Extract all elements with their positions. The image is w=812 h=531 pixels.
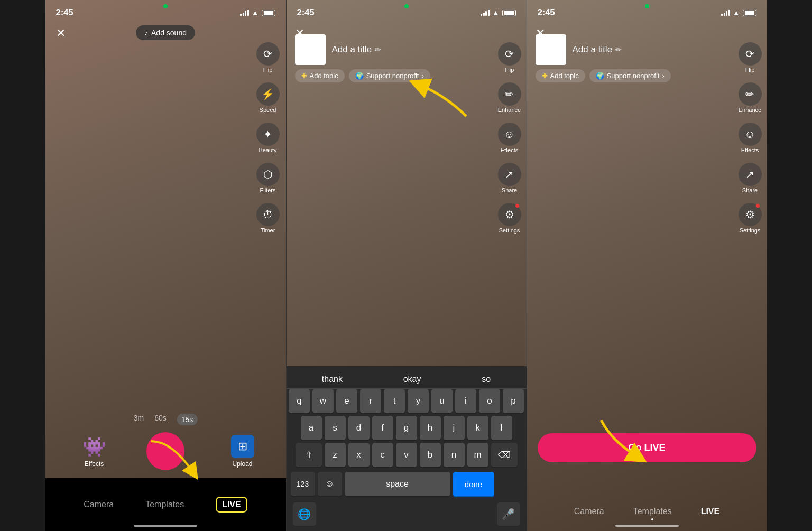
keyboard-bottom-row: 123 ☺ space done — [287, 470, 527, 500]
phone-3: 2:45 ▲ ✕ ⟳ Flip ✏ Enhance ☺ Effect — [527, 0, 767, 531]
key-b[interactable]: b — [420, 443, 441, 467]
sidebar-item-settings-2[interactable]: ⚙ Settings — [498, 203, 521, 234]
signal-bar-2 — [243, 13, 244, 16]
key-c[interactable]: c — [372, 443, 393, 467]
globe-button[interactable]: 🌐 — [293, 502, 316, 526]
keyboard-row-2: a s d f g h j k l — [287, 416, 527, 440]
beauty-icon: ✦ — [263, 128, 272, 141]
key-y[interactable]: y — [408, 389, 429, 413]
support-nonprofit-button-2[interactable]: 🌍 Support nonprofit › — [349, 69, 430, 82]
status-icons-1: ▲ — [240, 8, 275, 17]
close-button-1[interactable]: ✕ — [56, 26, 66, 40]
right-sidebar-1: ⟳ Flip ⚡ Speed ✦ Beauty ⬡ Filters ⏱ Time… — [256, 42, 280, 234]
duration-3m[interactable]: 3m — [134, 414, 144, 425]
sidebar-item-effects-2[interactable]: ☺ Effects — [498, 123, 521, 153]
tab-camera-3[interactable]: Camera — [574, 507, 604, 520]
battery-fill-1 — [264, 11, 273, 15]
sidebar-item-flip[interactable]: ⟳ Flip — [256, 42, 280, 73]
key-o[interactable]: o — [479, 389, 500, 413]
go-live-button[interactable]: Go LIVE — [538, 433, 756, 462]
mic-button[interactable]: 🎤 — [497, 502, 520, 526]
sidebar-item-enhance-2[interactable]: ✏ Enhance — [498, 82, 521, 113]
sidebar-item-flip-3[interactable]: ⟳ Flip — [739, 42, 762, 73]
effects-label: Effects — [85, 460, 104, 468]
keyboard-extras: 🌐 🎤 — [287, 500, 527, 531]
key-x[interactable]: x — [348, 443, 370, 467]
suggestion-okay[interactable]: okay — [403, 375, 421, 384]
key-i[interactable]: i — [455, 389, 476, 413]
home-indicator-3 — [615, 525, 679, 527]
key-numbers[interactable]: 123 — [291, 472, 315, 496]
key-r[interactable]: r — [360, 389, 381, 413]
sidebar-item-settings-3[interactable]: ⚙ Settings — [739, 203, 762, 234]
enhance-icon-2: ✏ — [505, 88, 514, 100]
upload-button[interactable]: ⊞ Upload — [231, 435, 254, 468]
add-sound-button[interactable]: ♪ Add sound — [136, 25, 195, 40]
key-shift[interactable]: ⇧ — [296, 443, 322, 467]
effects-button[interactable]: 👾 Effects — [82, 436, 106, 468]
key-done[interactable]: done — [453, 472, 494, 496]
duration-15s[interactable]: 15s — [177, 414, 198, 425]
key-e[interactable]: e — [336, 389, 357, 413]
suggestion-so[interactable]: so — [482, 375, 491, 384]
key-p[interactable]: p — [503, 389, 524, 413]
key-a[interactable]: a — [301, 416, 322, 440]
edit-icon-2: ✏ — [375, 45, 381, 54]
sidebar-item-share-2[interactable]: ↗ Share — [498, 163, 521, 193]
key-k[interactable]: k — [467, 416, 488, 440]
effects-icon-2: ☺ — [504, 128, 514, 141]
key-u[interactable]: u — [431, 389, 453, 413]
title-text-3[interactable]: Add a title ✏ — [573, 44, 622, 55]
upload-label: Upload — [232, 460, 252, 468]
key-f[interactable]: f — [372, 416, 393, 440]
sidebar-item-flip-2[interactable]: ⟳ Flip — [498, 42, 521, 73]
green-dot-2 — [404, 4, 409, 8]
key-s[interactable]: s — [325, 416, 346, 440]
key-g[interactable]: g — [396, 416, 417, 440]
sidebar-item-effects-3[interactable]: ☺ Effects — [739, 123, 762, 153]
key-l[interactable]: l — [491, 416, 512, 440]
key-n[interactable]: n — [444, 443, 465, 467]
tab-templates-3[interactable]: Templates — [633, 507, 672, 520]
signal-bars-2 — [481, 10, 490, 16]
key-m[interactable]: m — [467, 443, 488, 467]
support-nonprofit-button-3[interactable]: 🌍 Support nonprofit › — [589, 69, 671, 82]
record-button[interactable] — [146, 432, 184, 470]
key-v[interactable]: v — [396, 443, 417, 467]
sidebar-item-filters[interactable]: ⬡ Filters — [256, 163, 280, 193]
key-j[interactable]: j — [444, 416, 465, 440]
title-text-2[interactable]: Add a title ✏ — [332, 44, 382, 55]
add-topic-button-2[interactable]: ✚ Add topic — [295, 69, 345, 82]
key-d[interactable]: d — [348, 416, 370, 440]
key-backspace[interactable]: ⌫ — [491, 443, 518, 467]
key-h[interactable]: h — [420, 416, 441, 440]
wifi-icon-1: ▲ — [252, 8, 259, 17]
filters-icon: ⬡ — [263, 168, 272, 181]
key-q[interactable]: q — [289, 389, 310, 413]
right-sidebar-2: ⟳ Flip ✏ Enhance ☺ Effects ↗ Share ⚙ Set… — [498, 42, 521, 234]
sidebar-item-beauty[interactable]: ✦ Beauty — [256, 123, 280, 153]
add-topic-button-3[interactable]: ✚ Add topic — [536, 69, 585, 82]
tab-live-3[interactable]: LIVE — [701, 507, 720, 520]
key-w[interactable]: w — [312, 389, 334, 413]
key-space[interactable]: space — [345, 472, 450, 496]
sidebar-item-enhance-3[interactable]: ✏ Enhance — [739, 82, 762, 113]
tab-live-1[interactable]: LIVE — [216, 497, 247, 513]
templates-dot-3 — [651, 518, 653, 520]
tab-camera-1[interactable]: Camera — [84, 500, 114, 509]
wifi-icon-2: ▲ — [492, 8, 500, 17]
suggestion-thank[interactable]: thank — [322, 375, 343, 384]
sidebar-item-speed[interactable]: ⚡ Speed — [256, 82, 280, 113]
share-icon-3: ↗ — [745, 168, 754, 181]
signal-bar-4 — [247, 10, 249, 16]
duration-60s[interactable]: 60s — [154, 414, 167, 425]
sidebar-item-share-3[interactable]: ↗ Share — [739, 163, 762, 193]
flip-icon: ⟳ — [263, 48, 272, 60]
tab-templates-1[interactable]: Templates — [145, 500, 184, 509]
keyboard-row-3: ⇧ z x c v b n m ⌫ — [287, 443, 527, 467]
status-time-1: 2:45 — [56, 7, 73, 18]
key-z[interactable]: z — [325, 443, 346, 467]
key-emoji[interactable]: ☺ — [318, 472, 342, 496]
sidebar-item-timer[interactable]: ⏱ Timer — [256, 203, 280, 234]
key-t[interactable]: t — [384, 389, 405, 413]
